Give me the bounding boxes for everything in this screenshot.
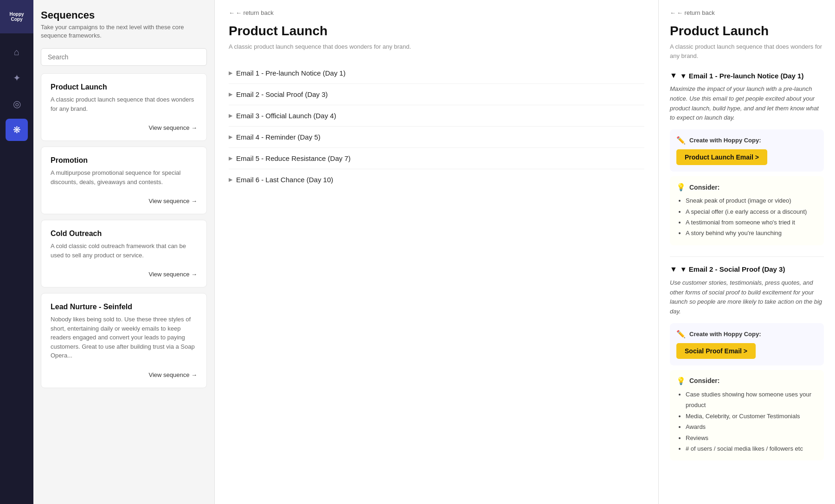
- triangle-icon-1: ▶: [229, 70, 232, 76]
- consider-label-1: 💡 Consider:: [676, 183, 817, 191]
- sequence-card-cold-outreach: Cold Outreach A cold classic cold outrea…: [41, 220, 207, 287]
- consider-box-1: 💡 Consider: Sneak peak of product (image…: [670, 176, 824, 245]
- card-desc-cold-outreach: A cold classic cold outreach framework t…: [51, 242, 197, 260]
- pen-icon-1: ✏️: [676, 136, 686, 145]
- sequences-icon[interactable]: ❋: [6, 119, 28, 141]
- sidebar: Hoppy Copy ⌂ ✦ ◎ ❋: [0, 0, 33, 504]
- email-item-3[interactable]: ▶ Email 3 - Official Launch (Day 4): [229, 105, 644, 127]
- middle-panel-title: Product Launch: [229, 24, 644, 38]
- bulb-icon-1: 💡: [676, 183, 686, 191]
- right-panel-title: Product Launch: [670, 24, 824, 38]
- card-desc-lead-nurture: Nobody likes being sold to. Use these th…: [51, 315, 197, 360]
- right-panel-desc: A classic product launch sequence that d…: [670, 42, 824, 60]
- pen-icon-2: ✏️: [676, 330, 686, 338]
- collapse-triangle-icon-2: ▼: [670, 265, 677, 274]
- triangle-icon-2: ▶: [229, 91, 232, 97]
- arrow-left-icon: ←: [229, 9, 235, 16]
- card-desc-promotion: A multipurpose promotional sequence for …: [51, 168, 197, 186]
- create-with-box-1: ✏️ Create with Hoppy Copy: Product Launc…: [670, 129, 824, 172]
- email-item-6[interactable]: ▶ Email 6 - Last Chance (Day 10): [229, 169, 644, 190]
- email-item-1[interactable]: ▶ Email 1 - Pre-launch Notice (Day 1): [229, 63, 644, 84]
- email-item-2[interactable]: ▶ Email 2 - Social Proof (Day 3): [229, 84, 644, 105]
- email-list: ▶ Email 1 - Pre-launch Notice (Day 1) ▶ …: [229, 63, 644, 190]
- email-section-header-2[interactable]: ▼ ▼ Email 2 - Social Proof (Day 3): [670, 265, 824, 274]
- email-section-header-1[interactable]: ▼ ▼ Email 1 - Pre-launch Notice (Day 1): [670, 71, 824, 80]
- card-title-lead-nurture: Lead Nurture - Seinfeld: [51, 303, 197, 311]
- collapse-triangle-icon-1: ▼: [670, 71, 677, 80]
- card-title-product-launch: Product Launch: [51, 83, 197, 91]
- app-logo: Hoppy Copy: [0, 0, 33, 33]
- section-header-label-2: ▼ Email 2 - Social Proof (Day 3): [680, 265, 785, 273]
- sequences-panel: Sequences Take your campaigns to the nex…: [33, 0, 214, 504]
- middle-panel: ← ← return back Product Launch A classic…: [214, 0, 659, 504]
- view-sequence-link-product-launch[interactable]: View sequence →: [51, 124, 197, 131]
- right-panel: ← ← return back Product Launch A classic…: [659, 0, 835, 504]
- middle-return-back[interactable]: ← ← return back: [229, 9, 644, 16]
- email-label-2: Email 2 - Social Proof (Day 3): [236, 90, 328, 98]
- magic-icon[interactable]: ✦: [6, 67, 28, 89]
- sidebar-nav: ⌂ ✦ ◎ ❋: [0, 33, 33, 148]
- email-section-body-2: Use customer stories, testimonials, pres…: [670, 278, 824, 317]
- list-item: A special offer (i.e early access or a d…: [686, 206, 817, 217]
- consider-box-2: 💡 Consider: Case studies showing how som…: [670, 370, 824, 460]
- consider-list-1: Sneak peak of product (image or video) A…: [676, 195, 817, 239]
- sequence-card-lead-nurture: Lead Nurture - Seinfeld Nobody likes bei…: [41, 293, 207, 388]
- middle-panel-desc: A classic product launch sequence that d…: [229, 42, 644, 51]
- create-with-box-2: ✏️ Create with Hoppy Copy: Social Proof …: [670, 323, 824, 365]
- section-header-label-1: ▼ Email 1 - Pre-launch Notice (Day 1): [680, 72, 804, 80]
- sequences-subtitle: Take your campaigns to the next level wi…: [41, 23, 207, 40]
- main-content: Sequences Take your campaigns to the nex…: [33, 0, 835, 504]
- email-item-5[interactable]: ▶ Email 5 - Reduce Resistance (Day 7): [229, 148, 644, 169]
- create-with-label-1: ✏️ Create with Hoppy Copy:: [676, 136, 817, 145]
- target-icon[interactable]: ◎: [6, 93, 28, 115]
- triangle-icon-5: ▶: [229, 155, 232, 161]
- sequences-title: Sequences: [41, 9, 207, 21]
- email-section-1: ▼ ▼ Email 1 - Pre-launch Notice (Day 1) …: [670, 71, 824, 245]
- email-label-1: Email 1 - Pre-launch Notice (Day 1): [236, 69, 346, 77]
- view-sequence-link-lead-nurture[interactable]: View sequence →: [51, 371, 197, 378]
- right-return-back[interactable]: ← ← return back: [670, 9, 824, 16]
- view-sequence-link-promotion[interactable]: View sequence →: [51, 198, 197, 204]
- section-divider: [670, 256, 824, 257]
- email-label-3: Email 3 - Official Launch (Day 4): [236, 112, 336, 120]
- consider-label-2: 💡 Consider:: [676, 376, 817, 385]
- bulb-icon-2: 💡: [676, 376, 686, 385]
- list-item: Sneak peak of product (image or video): [686, 195, 817, 206]
- list-item: Media, Celebrity, or Customer Testimonia…: [686, 411, 817, 421]
- list-item: A story behind why you're launching: [686, 228, 817, 238]
- sequence-card-product-launch: Product Launch A classic product launch …: [41, 73, 207, 141]
- arrow-left-icon-right: ←: [670, 9, 676, 16]
- list-item: A testimonial from someone who's tried i…: [686, 217, 817, 228]
- home-icon[interactable]: ⌂: [6, 41, 28, 63]
- create-with-label-2: ✏️ Create with Hoppy Copy:: [676, 330, 817, 338]
- cta-button-2[interactable]: Social Proof Email >: [676, 343, 756, 359]
- email-section-2: ▼ ▼ Email 2 - Social Proof (Day 3) Use c…: [670, 265, 824, 461]
- list-item: Reviews: [686, 433, 817, 443]
- consider-list-2: Case studies showing how someone uses yo…: [676, 389, 817, 454]
- email-item-4[interactable]: ▶ Email 4 - Reminder (Day 5): [229, 127, 644, 148]
- search-input[interactable]: [41, 48, 207, 66]
- view-sequence-link-cold-outreach[interactable]: View sequence →: [51, 271, 197, 278]
- email-label-5: Email 5 - Reduce Resistance (Day 7): [236, 154, 351, 162]
- list-item: Case studies showing how someone uses yo…: [686, 389, 817, 411]
- triangle-icon-6: ▶: [229, 177, 232, 183]
- card-title-cold-outreach: Cold Outreach: [51, 230, 197, 238]
- triangle-icon-4: ▶: [229, 134, 232, 140]
- email-section-body-1: Maximize the impact of your launch with …: [670, 84, 824, 123]
- list-item: Awards: [686, 421, 817, 432]
- cta-button-1[interactable]: Product Launch Email >: [676, 149, 767, 165]
- triangle-icon-3: ▶: [229, 113, 232, 119]
- sequence-card-promotion: Promotion A multipurpose promotional seq…: [41, 147, 207, 214]
- email-label-4: Email 4 - Reminder (Day 5): [236, 133, 321, 141]
- card-desc-product-launch: A classic product launch sequence that d…: [51, 95, 197, 113]
- list-item: # of users / social media likes / follow…: [686, 443, 817, 454]
- email-label-6: Email 6 - Last Chance (Day 10): [236, 176, 333, 184]
- card-title-promotion: Promotion: [51, 156, 197, 165]
